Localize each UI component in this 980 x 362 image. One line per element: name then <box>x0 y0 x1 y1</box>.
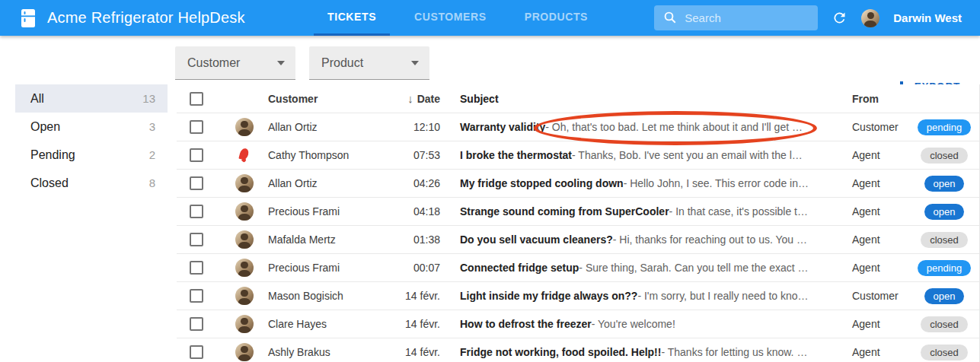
ticket-from: Agent <box>839 149 909 161</box>
subject-title: My fridge stopped cooling down <box>460 177 624 189</box>
status-badge: closed <box>921 316 968 332</box>
subject-preview: - You're welcome! <box>592 318 675 330</box>
subject-title: Fridge not working, food spoiled. Help!! <box>460 346 661 358</box>
status-badge: open <box>924 288 965 304</box>
status-sidebar: All 13 Open 3 Pending 2 Closed 8 <box>0 84 177 362</box>
table-row[interactable]: Precious Frami 00:07 Connected fridge se… <box>177 254 979 282</box>
customer-name: Cathy Thompson <box>268 149 381 161</box>
subject-preview: - Hello John, I see. This error code in… <box>624 177 809 189</box>
table-row[interactable]: Precious Frami 04:18 Strange sound comin… <box>177 198 979 226</box>
table-row[interactable]: Cathy Thompson 07:53 I broke the thermos… <box>177 141 979 170</box>
tab-products[interactable]: PRODUCTS <box>511 0 602 36</box>
status-badge: closed <box>921 232 968 248</box>
chevron-down-icon <box>411 61 419 65</box>
tab-tickets[interactable]: TICKETS <box>314 0 390 36</box>
search-input[interactable] <box>654 5 818 30</box>
header-date-sort[interactable]: ↓ Date <box>381 92 440 105</box>
subject-preview: - Thanks, Bob. I've sent you an email wi… <box>572 149 803 161</box>
ticket-from: Customer <box>839 121 909 133</box>
filter-bar: Customer Product EXPORT <box>0 36 980 80</box>
subject-title: Do you sell vacuum cleaners? <box>460 233 613 246</box>
customer-filter-label: Customer <box>187 56 240 70</box>
header-date-label: Date <box>417 93 440 105</box>
ticket-from: Agent <box>839 205 909 218</box>
status-badge: pending <box>918 119 971 135</box>
refresh-icon[interactable] <box>832 10 848 26</box>
row-checkbox[interactable] <box>190 205 203 218</box>
user-avatar[interactable] <box>861 9 879 27</box>
row-checkbox[interactable] <box>190 120 203 134</box>
ticket-date: 07:53 <box>381 149 440 161</box>
subject-preview: - Thanks for letting us know. … <box>661 346 807 358</box>
sidebar-item-count: 8 <box>149 176 155 189</box>
ticket-from: Agent <box>839 233 909 246</box>
sidebar-item-count: 13 <box>142 92 155 105</box>
table-row[interactable]: Ashly Brakus 14 févr. Fridge not working… <box>177 338 979 362</box>
ticket-from: Agent <box>839 177 909 189</box>
table-row[interactable]: Clare Hayes 14 févr. How to defrost the … <box>177 310 979 338</box>
sidebar-item-closed[interactable]: Closed 8 <box>15 169 168 197</box>
table-row[interactable]: Mason Bogisich 14 févr. Light inside my … <box>177 282 979 310</box>
ticket-date: 01:38 <box>381 233 440 246</box>
ticket-from: Customer <box>839 290 909 302</box>
row-checkbox[interactable] <box>190 289 203 303</box>
row-checkbox[interactable] <box>190 176 203 190</box>
select-all-checkbox[interactable] <box>190 92 203 106</box>
row-checkbox[interactable] <box>190 261 203 275</box>
row-checkbox[interactable] <box>190 233 203 246</box>
customer-name: Precious Frami <box>268 262 381 274</box>
header-from[interactable]: From <box>839 93 909 105</box>
sidebar-item-label: Closed <box>30 176 69 190</box>
status-badge: closed <box>921 148 968 164</box>
ticket-date: 14 févr. <box>381 290 440 302</box>
tab-customers[interactable]: CUSTOMERS <box>401 0 500 36</box>
ticket-subject: Fridge not working, food spoiled. Help!!… <box>440 346 839 358</box>
status-badge: pending <box>918 260 971 276</box>
table-header-row: Customer ↓ Date Subject From <box>177 84 979 113</box>
customer-avatar <box>235 315 254 333</box>
customer-name: Precious Frami <box>268 205 381 218</box>
status-badge: open <box>924 176 965 192</box>
subject-title: Warranty validity <box>460 121 545 133</box>
search-icon <box>663 11 677 27</box>
table-row[interactable]: Allan Ortiz 04:26 My fridge stopped cool… <box>177 170 979 198</box>
customer-avatar <box>235 259 254 277</box>
sidebar-item-all[interactable]: All 13 <box>15 84 168 113</box>
row-checkbox[interactable] <box>190 317 203 331</box>
subject-title: Connected fridge setup <box>460 262 579 274</box>
subject-title: Light inside my fridge always on?? <box>460 290 637 302</box>
subject-preview: - Sure thing, Sarah. Can you tell me the… <box>579 262 808 274</box>
sidebar-item-count: 2 <box>149 148 155 161</box>
ticket-from: Agent <box>839 262 909 274</box>
sidebar-item-label: Open <box>30 120 60 134</box>
ticket-date: 00:07 <box>381 262 440 274</box>
customer-avatar <box>235 146 254 164</box>
ticket-subject: Do you sell vacuum cleaners? - Hi, thank… <box>440 233 839 246</box>
header-customer[interactable]: Customer <box>268 93 381 105</box>
header-subject[interactable]: Subject <box>440 93 839 105</box>
row-checkbox[interactable] <box>190 345 203 359</box>
subject-title: Strange sound coming from SuperCooler <box>460 205 669 218</box>
table-row[interactable]: Allan Ortiz 12:10 Warranty validity - Oh… <box>177 113 979 141</box>
sidebar-item-label: Pending <box>30 148 75 162</box>
search-box <box>654 5 818 30</box>
ticket-subject: My fridge stopped cooling down - Hello J… <box>440 177 839 189</box>
subject-preview: - Oh, that's too bad. Let me think about… <box>545 121 803 133</box>
customer-name: Allan Ortiz <box>268 121 381 133</box>
ticket-subject: Warranty validity - Oh, that's too bad. … <box>440 121 839 133</box>
customer-avatar <box>235 202 254 221</box>
row-checkbox[interactable] <box>190 148 203 162</box>
customer-avatar <box>235 174 254 192</box>
sidebar-item-pending[interactable]: Pending 2 <box>15 141 168 169</box>
product-filter-dropdown[interactable]: Product <box>309 46 429 80</box>
sort-desc-icon: ↓ <box>407 92 413 105</box>
customer-filter-dropdown[interactable]: Customer <box>175 46 295 80</box>
customer-avatar <box>235 287 254 305</box>
table-row[interactable]: Mafalda Mertz 01:38 Do you sell vacuum c… <box>177 226 979 254</box>
customer-name: Mafalda Mertz <box>268 233 381 246</box>
customer-name: Mason Bogisich <box>268 290 381 302</box>
product-filter-label: Product <box>321 56 363 70</box>
sidebar-item-open[interactable]: Open 3 <box>15 113 168 141</box>
customer-name: Clare Hayes <box>268 318 381 330</box>
chevron-down-icon <box>277 61 285 65</box>
